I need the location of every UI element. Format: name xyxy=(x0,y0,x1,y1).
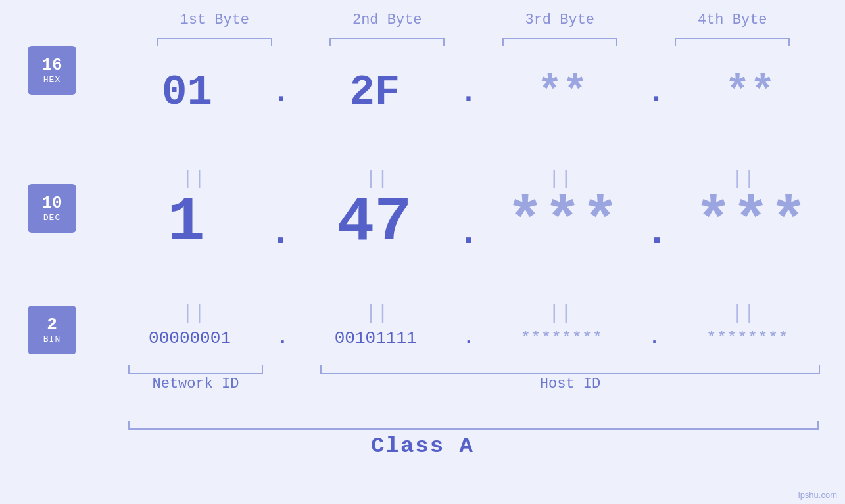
dec-badge-number: 10 xyxy=(41,194,62,213)
top-bracket-1 xyxy=(157,38,272,46)
hex-b3-slot: ** xyxy=(477,69,648,116)
watermark: ipshu.com xyxy=(798,490,837,500)
hex-sep1: . xyxy=(272,76,289,109)
eq1-b3: || xyxy=(469,168,652,190)
dot-sep-hex-3: . xyxy=(648,76,665,109)
class-bracket xyxy=(128,421,819,430)
bin-b2-value: 00101111 xyxy=(335,329,417,348)
top-bracket-2 xyxy=(329,38,445,46)
class-a-label: Class A xyxy=(0,434,845,459)
page: 16 HEX 10 DEC 2 BIN 1st Byte 2nd Byte 3r… xyxy=(0,0,845,504)
dec-b1-slot: 1 xyxy=(102,187,270,258)
eq1-b4: || xyxy=(652,168,835,190)
bin-b1-value: 00000001 xyxy=(149,329,231,348)
equals-row-1: || || || || xyxy=(102,168,835,190)
byte4-header: 4th Byte xyxy=(667,12,798,28)
dec-badge-label: DEC xyxy=(43,213,60,223)
dot-sep-hex-2: . xyxy=(460,76,477,109)
hex-b3-value: ** xyxy=(537,69,588,116)
hex-badge-label: HEX xyxy=(43,75,60,85)
bin-sep3: . xyxy=(649,329,660,348)
bin-sep2: . xyxy=(464,329,474,348)
network-bracket xyxy=(128,365,263,374)
bin-b2-slot: 00101111 xyxy=(288,329,464,348)
hex-b4-slot: ** xyxy=(665,69,835,116)
top-bracket-4 xyxy=(675,38,790,46)
dot-sep-bin-2: . xyxy=(464,329,474,348)
equals-row-2: || || || || xyxy=(102,302,835,325)
bin-badge-number: 2 xyxy=(47,315,57,334)
network-id-label: Network ID xyxy=(128,376,263,392)
eq2-b2: || xyxy=(285,302,469,325)
host-id-label: Host ID xyxy=(320,376,820,392)
bin-b3-value: ******** xyxy=(520,329,602,348)
dec-b3-value: *** xyxy=(506,187,619,258)
bin-values-row: 00000001 . 00101111 . ******** . *******… xyxy=(102,329,835,348)
dec-b1-value: 1 xyxy=(168,187,205,258)
byte2-header: 2nd Byte xyxy=(322,12,453,28)
dot-sep-bin-3: . xyxy=(649,329,660,348)
hex-b4-value: ** xyxy=(725,69,775,116)
hex-sep2: . xyxy=(460,76,477,109)
bin-sep1: . xyxy=(278,329,288,348)
dec-b4-slot: *** xyxy=(667,187,835,258)
top-bracket-3 xyxy=(502,38,617,46)
dec-sep1: . xyxy=(270,191,290,255)
dot-sep-dec-1: . xyxy=(268,210,292,255)
byte-headers: 1st Byte 2nd Byte 3rd Byte 4th Byte xyxy=(128,12,819,28)
dec-b2-slot: 47 xyxy=(290,187,458,258)
dec-b4-value: *** xyxy=(694,187,807,258)
hex-badge-number: 16 xyxy=(41,56,62,75)
host-bracket xyxy=(320,365,820,374)
bin-b1-slot: 00000001 xyxy=(102,329,278,348)
eq2-b1: || xyxy=(102,302,285,325)
dot-sep-hex-1: . xyxy=(272,76,289,109)
hex-sep3: . xyxy=(648,76,665,109)
hex-b2-value: 2F xyxy=(349,69,400,116)
byte3-header: 3rd Byte xyxy=(494,12,625,28)
bin-b4-slot: ******** xyxy=(660,329,835,348)
eq2-b3: || xyxy=(469,302,652,325)
hex-b1-value: 01 xyxy=(162,69,212,116)
eq1-b2: || xyxy=(285,168,469,190)
hex-values-row: 01 . 2F . ** . ** xyxy=(102,69,835,116)
byte1-header: 1st Byte xyxy=(149,12,280,28)
dec-sep2: . xyxy=(459,191,479,255)
dec-badge: 10 DEC xyxy=(28,184,76,233)
dot-sep-dec-3: . xyxy=(645,210,669,255)
eq1-b1: || xyxy=(102,168,285,190)
hex-b2-slot: 2F xyxy=(289,69,460,116)
top-brackets xyxy=(128,38,819,46)
dec-b2-value: 47 xyxy=(337,187,412,258)
dot-sep-dec-2: . xyxy=(457,210,481,255)
hex-badge: 16 HEX xyxy=(28,46,76,95)
eq2-b4: || xyxy=(652,302,835,325)
hex-b1-slot: 01 xyxy=(102,69,272,116)
bin-badge: 2 BIN xyxy=(28,306,76,354)
dec-b3-slot: *** xyxy=(479,187,647,258)
dec-sep3: . xyxy=(647,191,667,255)
bin-b3-slot: ******** xyxy=(473,329,649,348)
bin-badge-label: BIN xyxy=(43,334,60,344)
bin-b4-value: ******** xyxy=(706,329,788,348)
dec-values-row: 1 . 47 . *** . *** xyxy=(102,187,835,258)
dot-sep-bin-1: . xyxy=(278,329,288,348)
